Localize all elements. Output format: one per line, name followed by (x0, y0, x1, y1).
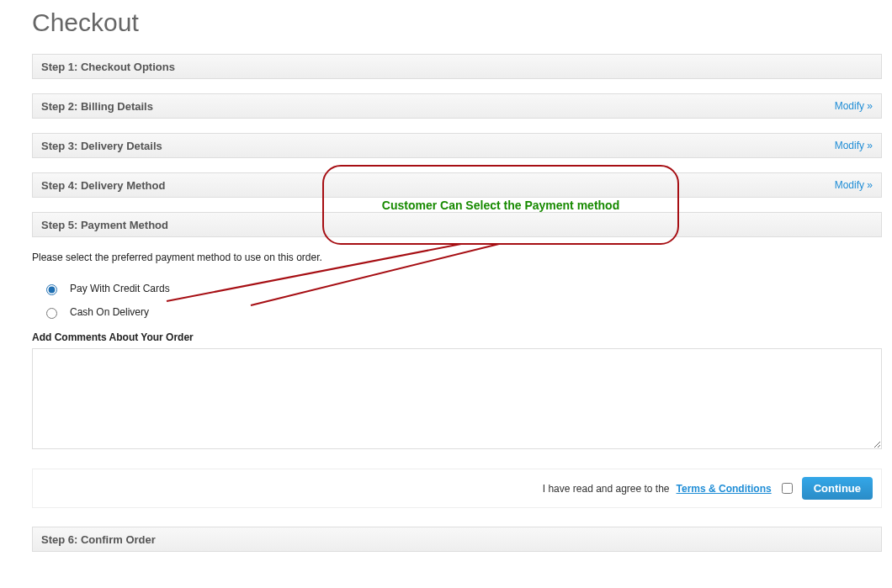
step-2-title: Step 2: Billing Details (41, 100, 153, 113)
step-5-title: Step 5: Payment Method (41, 219, 168, 231)
payment-option-credit-card[interactable]: Pay With Credit Cards (42, 282, 882, 295)
terms-link[interactable]: Terms & Conditions (677, 483, 772, 495)
agree-bar: I have read and agree to the Terms & Con… (32, 469, 882, 508)
step-3-panel[interactable]: Step 3: Delivery Details Modify » (32, 133, 882, 158)
step-3-title: Step 3: Delivery Details (41, 140, 162, 152)
agree-text: I have read and agree to the (543, 483, 670, 495)
step-4-modify-link[interactable]: Modify » (835, 179, 873, 191)
payment-option-cod[interactable]: Cash On Delivery (42, 305, 882, 319)
step-2-modify-link[interactable]: Modify » (835, 100, 873, 112)
step-3-modify-link[interactable]: Modify » (835, 140, 873, 151)
radio-credit-card[interactable] (46, 284, 57, 295)
payment-method-body: Please select the preferred payment meth… (32, 252, 882, 508)
step-6-title: Step 6: Confirm Order (41, 533, 156, 546)
step-4-panel[interactable]: Step 4: Delivery Method Modify » (32, 172, 882, 198)
continue-button[interactable]: Continue (802, 477, 873, 500)
order-comments-textarea[interactable] (32, 348, 882, 449)
page-title: Checkout (32, 8, 882, 37)
step-2-panel[interactable]: Step 2: Billing Details Modify » (32, 93, 882, 119)
step-5-panel[interactable]: Step 5: Payment Method (32, 212, 882, 237)
step-1-title: Step 1: Checkout Options (41, 61, 175, 73)
agree-checkbox[interactable] (782, 483, 793, 494)
step-6-panel[interactable]: Step 6: Confirm Order (32, 527, 882, 552)
step-4-title: Step 4: Delivery Method (41, 179, 165, 192)
radio-cash-on-delivery[interactable] (46, 308, 57, 319)
comments-label: Add Comments About Your Order (32, 331, 882, 343)
payment-prompt: Please select the preferred payment meth… (32, 252, 882, 263)
payment-option-label: Cash On Delivery (70, 306, 149, 318)
step-1-panel[interactable]: Step 1: Checkout Options (32, 54, 882, 79)
payment-option-label: Pay With Credit Cards (70, 283, 170, 294)
